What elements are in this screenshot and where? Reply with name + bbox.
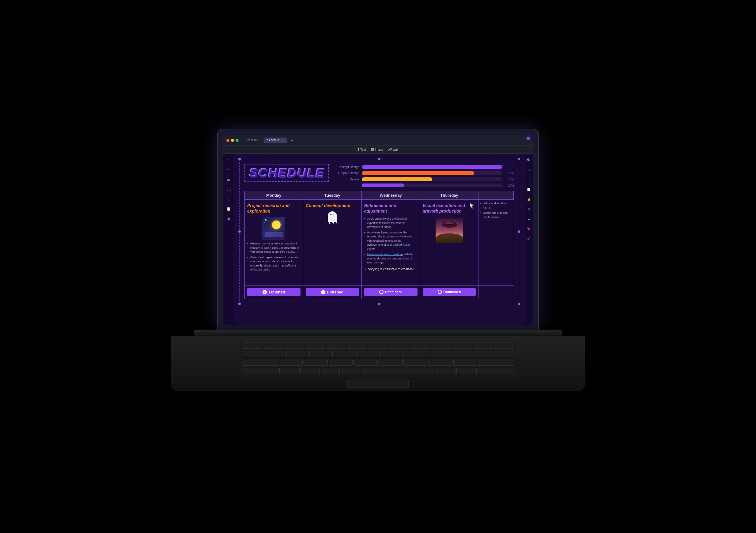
key — [473, 342, 493, 349]
resize-handle-ml[interactable] — [238, 230, 241, 233]
star-icon: ✧ — [364, 267, 367, 271]
close-button[interactable] — [226, 139, 230, 142]
page-icon[interactable]: 📄 — [525, 186, 532, 193]
status-cell-thursday: Unfinished — [420, 285, 479, 299]
status-cell-tuesday: ✓ Finished — [303, 285, 362, 299]
key — [402, 351, 424, 357]
monday-bullets: Research and analyze your brand and indu… — [247, 242, 301, 272]
status-cell-wednesday: Unfinished — [362, 285, 420, 299]
progress-concept-design: Concept Design — [335, 165, 514, 169]
key-caps — [242, 360, 278, 366]
tab-new-tab-label: New Tab — [247, 139, 258, 142]
lock-icon[interactable]: 🔒 — [525, 196, 532, 203]
canvas-area[interactable]: SCHEDULE Concept Design — [234, 154, 524, 325]
sidebar-icon-record[interactable]: ◉ — [225, 215, 232, 223]
thursday-title: Visual execution and artwork production — [423, 203, 469, 214]
wednesday-title: Refinement and adjustment — [364, 203, 418, 214]
key — [347, 342, 367, 349]
print-icon[interactable]: 🖨 — [525, 176, 532, 183]
tuesday-status-label: Finished — [327, 290, 343, 294]
tuesday-status: ✓ Finished — [306, 288, 359, 296]
sidebar-icon-layers[interactable]: ☰ — [225, 176, 232, 183]
keyboard — [240, 341, 516, 377]
brainstorming-link[interactable]: Have brainstorming meetings — [367, 253, 403, 256]
tuesday-title: Concept development — [306, 203, 359, 208]
desert-image — [436, 218, 463, 243]
sidebar-icon-home[interactable]: ⊞ — [225, 156, 232, 164]
text-icon: T — [358, 148, 359, 151]
image-tool-button[interactable]: 🖼 Image — [371, 148, 384, 151]
progress-bar-fill-4 — [362, 183, 404, 187]
keyboard-row-3 — [242, 360, 514, 367]
resize-handle-mr[interactable] — [518, 230, 520, 233]
key — [265, 351, 287, 357]
day-header-partial — [478, 191, 514, 200]
day-cell-thursday: Visual execution and artwork production — [420, 200, 479, 285]
partial-text: Utilize and to refine high-e Condu and o… — [480, 201, 512, 219]
progress-extra: 30% — [335, 183, 514, 187]
sidebar-icon-clipboard[interactable]: 📋 — [225, 205, 232, 213]
key — [354, 360, 377, 366]
traffic-lights — [226, 139, 239, 142]
resize-handle-tr[interactable] — [518, 158, 520, 160]
laptop: New Tab Schedule ✕ + T Text 🖼 Image — [164, 129, 592, 404]
key — [281, 368, 300, 374]
bookmark-icon[interactable]: 🔖 — [525, 225, 532, 232]
progress-label-1: Concept Design — [335, 165, 359, 169]
key-space — [361, 368, 436, 374]
progress-section: Concept Design Graphic Design — [335, 164, 514, 187]
trackpad[interactable] — [347, 379, 409, 388]
key — [284, 342, 304, 349]
status-row: ✓ Finished ✓ Finished — [244, 285, 514, 299]
tab-close-icon[interactable]: ✕ — [282, 139, 284, 142]
check-icon-tuesday: ✓ — [321, 290, 325, 294]
monday-status-label: Finished — [269, 290, 285, 294]
progress-bar-fill-1 — [362, 165, 502, 169]
cloud-icon[interactable]: ☁ — [525, 215, 532, 223]
wednesday-note: ✧ Napping is conducive to creativity — [364, 267, 418, 271]
key — [403, 360, 427, 366]
key-enter — [478, 360, 514, 366]
sidebar-icon-image[interactable]: ⛶ — [225, 186, 232, 193]
resize-handle-br[interactable] — [518, 303, 520, 305]
key — [436, 368, 455, 374]
add-icon[interactable]: ⊕ — [525, 205, 532, 213]
ghost-body: 👁 👁 — [328, 211, 337, 222]
tab-new-tab[interactable]: New Tab — [244, 138, 261, 143]
progress-bar-bg-4 — [362, 183, 502, 187]
sidebar-icon-edit[interactable]: ✏ — [225, 166, 232, 173]
progress-bar-bg-1 — [362, 165, 502, 169]
progress-deliver: Deliver 50% — [335, 177, 514, 181]
resize-handle-bm[interactable] — [378, 303, 380, 305]
text-tool-button[interactable]: T Text — [358, 148, 366, 151]
key — [410, 342, 430, 349]
user-avatar — [526, 137, 530, 140]
tab-schedule[interactable]: Schedule ✕ — [264, 138, 287, 143]
left-sidebar: ⊞ ✏ ☰ ⛶ ⊡ 📋 ◉ — [223, 154, 234, 325]
status-cell-monday: ✓ Finished — [245, 285, 303, 299]
resize-handle-tm[interactable] — [378, 158, 380, 160]
link-tool-button[interactable]: 🔗 Link — [388, 148, 398, 151]
attach-icon[interactable]: 🖇 — [525, 235, 532, 242]
minimize-button[interactable] — [231, 139, 234, 142]
resize-handle-tl[interactable] — [238, 158, 241, 160]
maximize-button[interactable] — [235, 139, 239, 142]
partial-bullets: Utilize and to refine high-e Condu and o… — [480, 201, 512, 219]
key-wide — [471, 351, 514, 357]
key-shift — [242, 368, 280, 374]
sidebar-icon-crop[interactable]: ⊡ — [225, 196, 232, 203]
key — [341, 368, 360, 374]
resize-handle-bl[interactable] — [238, 303, 241, 305]
progress-label-2: Graphic Design — [335, 172, 359, 175]
new-tab-button[interactable]: + — [291, 138, 293, 143]
wednesday-bullet-2: Provide multiple concepts for the requir… — [364, 231, 418, 252]
key — [279, 360, 303, 366]
monday-bullet-2: Collect and organize relevant materials,… — [247, 255, 301, 272]
link-icon: 🔗 — [388, 148, 392, 151]
right-sidebar: 🔍 ⊡ 🖨 📄 🔒 ⊕ ☁ 🔖 🖇 — [524, 154, 533, 325]
grid-icon[interactable]: ⊡ — [525, 166, 532, 173]
status-cell-partial — [478, 285, 514, 299]
zoom-icon[interactable]: 🔍 — [525, 156, 532, 164]
key-rshift — [476, 368, 514, 374]
day-header-thursday: Thursday — [420, 191, 479, 200]
